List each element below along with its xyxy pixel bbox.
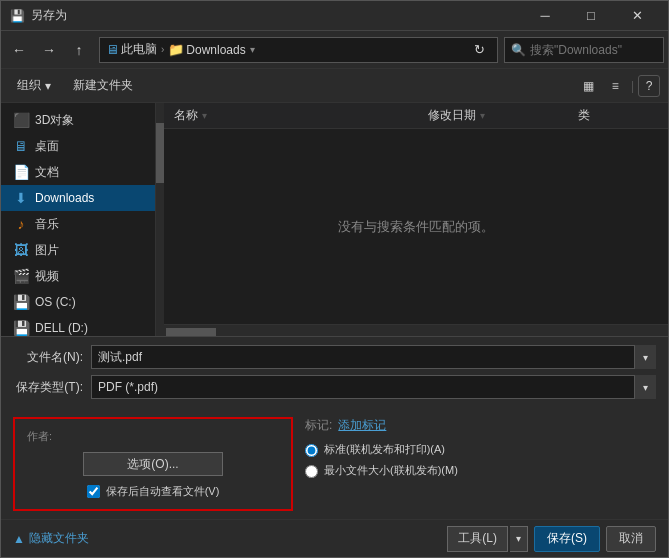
footer-right: 工具(L) ▾ 保存(S) 取消 [447, 526, 656, 552]
organize-button[interactable]: 组织 ▾ [9, 74, 59, 98]
address-chevron2: ▾ [250, 44, 255, 55]
auto-view-label[interactable]: 保存后自动查看文件(V) [106, 484, 220, 499]
hide-folder-label: 隐藏文件夹 [29, 530, 89, 547]
sidebar-scrollbar-thumb [156, 123, 164, 183]
address-downloads-label: Downloads [186, 43, 245, 57]
filetype-row: 保存类型(T): ▾ [13, 375, 656, 399]
pictures-icon: 🖼 [13, 242, 29, 258]
col-type-label: 类 [578, 107, 590, 124]
delldrive-icon: 💾 [13, 320, 29, 336]
filetype-label: 保存类型(T): [13, 379, 83, 396]
extra-area: 作者: 选项(O)... 保存后自动查看文件(V) 标记: 添加标记 标准(联机… [1, 413, 668, 519]
options-button[interactable]: 选项(O)... [83, 452, 223, 476]
address-chevron: › [161, 44, 164, 55]
col-name-label: 名称 [174, 107, 198, 124]
minimize-button[interactable]: ─ [522, 1, 568, 31]
folder-icon: 📁 [168, 42, 184, 57]
sidebar-item-downloads[interactable]: ⬇ Downloads [1, 185, 155, 211]
radio-item-minimum: 最小文件大小(联机发布)(M) [305, 463, 656, 478]
sidebar-item-osdrive[interactable]: 💾 OS (C:) [1, 289, 155, 315]
radio-standard-label[interactable]: 标准(联机发布和打印)(A) [324, 442, 445, 457]
sidebar-delldrive-label: DELL (D:) [35, 321, 88, 335]
filetype-input-wrap: ▾ [91, 375, 656, 399]
refresh-button[interactable]: ↻ [467, 38, 491, 62]
col-date-label: 修改日期 [428, 107, 476, 124]
sidebar-item-docs[interactable]: 📄 文档 [1, 159, 155, 185]
sidebar-item-3d[interactable]: ⬛ 3D对象 [1, 107, 155, 133]
address-bar-content: 🖥 此电脑 › 📁 Downloads ▾ [106, 41, 467, 58]
tools-arrow-button[interactable]: ▾ [510, 526, 528, 552]
tools-main-button[interactable]: 工具(L) [447, 526, 508, 552]
3d-icon: ⬛ [13, 112, 29, 128]
right-panel: 标记: 添加标记 标准(联机发布和打印)(A) 最小文件大小(联机发布)(M) [305, 417, 656, 511]
filename-dropdown-arrow[interactable]: ▾ [634, 345, 656, 369]
sidebar-music-label: 音乐 [35, 216, 59, 233]
downloads-icon: ⬇ [13, 190, 29, 206]
save-as-dialog: 💾 另存为 ─ □ ✕ ← → ↑ 🖥 此电脑 › 📁 Downloads [0, 0, 669, 558]
computer-icon: 🖥 [106, 42, 119, 57]
radio-standard[interactable] [305, 444, 318, 457]
sidebar-desktop-label: 桌面 [35, 138, 59, 155]
title-bar: 💾 另存为 ─ □ ✕ [1, 1, 668, 31]
sidebar-videos-label: 视频 [35, 268, 59, 285]
address-bar[interactable]: 🖥 此电脑 › 📁 Downloads ▾ ↻ [99, 37, 498, 63]
hide-folders-link[interactable]: ▲ 隐藏文件夹 [13, 530, 89, 547]
filename-input[interactable] [91, 345, 656, 369]
radio-item-standard: 标准(联机发布和打印)(A) [305, 442, 656, 457]
file-list-header: 名称 ▾ 修改日期 ▾ 类 [164, 103, 668, 129]
footer: ▲ 隐藏文件夹 工具(L) ▾ 保存(S) 取消 [1, 519, 668, 557]
osdrive-icon: 💾 [13, 294, 29, 310]
new-folder-button[interactable]: 新建文件夹 [65, 74, 141, 98]
sidebar-item-pictures[interactable]: 🖼 图片 [1, 237, 155, 263]
filename-label: 文件名(N): [13, 349, 83, 366]
col-date-sort: ▾ [480, 110, 485, 121]
search-input[interactable] [530, 43, 657, 57]
organize-chevron: ▾ [45, 79, 51, 93]
navigation-toolbar: ← → ↑ 🖥 此电脑 › 📁 Downloads ▾ ↻ 🔍 [1, 31, 668, 69]
auto-view-checkbox[interactable] [87, 485, 100, 498]
horizontal-scrollbar[interactable] [164, 324, 668, 336]
search-box[interactable]: 🔍 [504, 37, 664, 63]
sidebar-downloads-label: Downloads [35, 191, 94, 205]
radio-minimum-label[interactable]: 最小文件大小(联机发布)(M) [324, 463, 458, 478]
sidebar-item-music[interactable]: ♪ 音乐 [1, 211, 155, 237]
filename-input-wrap: ▾ [91, 345, 656, 369]
save-button[interactable]: 保存(S) [534, 526, 600, 552]
tags-label: 标记: [305, 417, 332, 434]
desktop-icon: 🖥 [13, 138, 29, 154]
help-button[interactable]: ? [638, 75, 660, 97]
file-area: 名称 ▾ 修改日期 ▾ 类 没有与搜索条件匹配的项。 [164, 103, 668, 336]
videos-icon: 🎬 [13, 268, 29, 284]
sidebar-item-desktop[interactable]: 🖥 桌面 [1, 133, 155, 159]
dialog-icon: 💾 [10, 9, 25, 23]
view-btn-list[interactable]: ≡ [604, 74, 627, 98]
docs-icon: 📄 [13, 164, 29, 180]
sidebar-item-videos[interactable]: 🎬 视频 [1, 263, 155, 289]
action-bar: 组织 ▾ 新建文件夹 ▦ ≡ | ? [1, 69, 668, 103]
col-header-date: 修改日期 ▾ [428, 107, 578, 124]
up-button[interactable]: ↑ [65, 36, 93, 64]
tags-row: 标记: 添加标记 [305, 417, 656, 434]
sidebar-item-delldrive[interactable]: 💾 DELL (D:) [1, 315, 155, 336]
back-button[interactable]: ← [5, 36, 33, 64]
author-label: 作者: [27, 429, 52, 444]
view-btn-grid[interactable]: ▦ [575, 74, 602, 98]
search-icon: 🔍 [511, 43, 526, 57]
tags-add-link[interactable]: 添加标记 [338, 417, 386, 434]
author-row: 作者: [27, 429, 279, 444]
hide-folder-icon: ▲ [13, 532, 25, 546]
forward-button[interactable]: → [35, 36, 63, 64]
filetype-dropdown-arrow[interactable]: ▾ [634, 375, 656, 399]
radio-minimum[interactable] [305, 465, 318, 478]
address-segment-computer: 🖥 此电脑 [106, 41, 157, 58]
sidebar-pictures-label: 图片 [35, 242, 59, 259]
maximize-button[interactable]: □ [568, 1, 614, 31]
col-header-name: 名称 ▾ [174, 107, 428, 124]
cancel-button[interactable]: 取消 [606, 526, 656, 552]
sidebar-scrollbar[interactable] [156, 103, 164, 336]
close-button[interactable]: ✕ [614, 1, 660, 31]
checkbox-row: 保存后自动查看文件(V) [87, 484, 220, 499]
filetype-input[interactable] [91, 375, 656, 399]
left-panel: 作者: 选项(O)... 保存后自动查看文件(V) [13, 417, 293, 511]
address-computer-label: 此电脑 [121, 41, 157, 58]
